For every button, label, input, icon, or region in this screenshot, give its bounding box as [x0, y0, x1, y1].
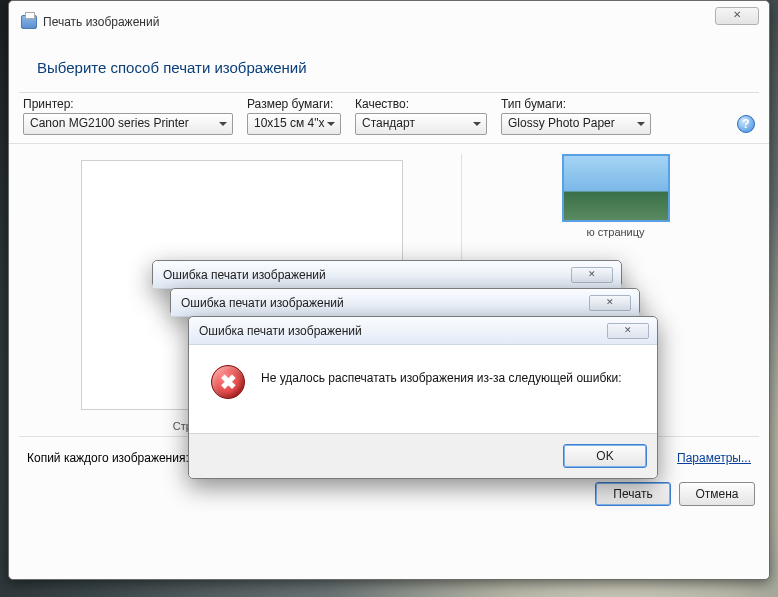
error-icon: ✖ [211, 365, 245, 399]
instruction-text: Выберите способ печати изображений [19, 45, 759, 93]
print-options-row: Принтер: Canon MG2100 series Printer Раз… [9, 93, 769, 144]
quality-select[interactable]: Стандарт [355, 113, 487, 135]
error-dialog-title: Ошибка печати изображений [199, 324, 362, 338]
parameters-link[interactable]: Параметры... [677, 451, 751, 465]
printer-icon [21, 15, 37, 29]
printer-select[interactable]: Canon MG2100 series Printer [23, 113, 233, 135]
error-ok-button[interactable]: OK [563, 444, 647, 468]
paper-type-label: Тип бумаги: [501, 97, 651, 111]
error-dialog-title: Ошибка печати изображений [181, 296, 344, 310]
paper-size-select[interactable]: 10x15 см 4"x [247, 113, 341, 135]
cancel-button[interactable]: Отмена [679, 482, 755, 506]
paper-size-label: Размер бумаги: [247, 97, 341, 111]
error-dialog-back-2: Ошибка печати изображений ✕ [152, 260, 622, 288]
error-dialog-close-button[interactable]: ✕ [607, 323, 649, 339]
error-dialog-close-button[interactable]: ✕ [589, 295, 631, 311]
window-title-text: Печать изображений [43, 15, 159, 29]
error-message: Не удалось распечатать изображения из-за… [261, 365, 622, 385]
layout-thumbnail[interactable] [562, 154, 670, 222]
layout-thumbnail-label: ю страницу [586, 226, 644, 238]
window-close-button[interactable]: ✕ [715, 7, 759, 25]
paper-type-select[interactable]: Glossy Photo Paper [501, 113, 651, 135]
printer-label: Принтер: [23, 97, 233, 111]
copies-label: Копий каждого изображения: [27, 451, 189, 465]
error-dialog-close-button[interactable]: ✕ [571, 267, 613, 283]
print-button[interactable]: Печать [595, 482, 671, 506]
error-dialog-title: Ошибка печати изображений [163, 268, 326, 282]
window-title: Печать изображений [9, 1, 769, 31]
error-dialog-back-1: Ошибка печати изображений ✕ [170, 288, 640, 316]
error-dialog: Ошибка печати изображений ✕ ✖ Не удалось… [188, 316, 658, 479]
quality-label: Качество: [355, 97, 487, 111]
help-icon[interactable]: ? [737, 115, 755, 133]
